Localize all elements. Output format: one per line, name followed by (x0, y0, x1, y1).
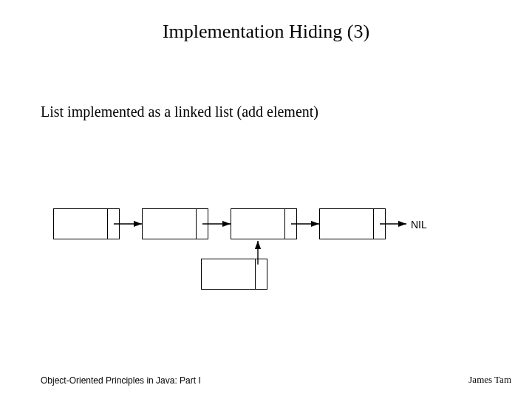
pointer-divider (255, 259, 256, 289)
arrows-layer (0, 0, 532, 399)
pointer-divider (107, 209, 108, 239)
pointer-divider (196, 209, 197, 239)
list-node (231, 208, 297, 239)
pointer-divider (373, 209, 374, 239)
pointer-divider (284, 209, 285, 239)
linked-list-diagram: NIL (0, 0, 532, 399)
list-node (142, 208, 208, 239)
footer-right: James Tam (468, 374, 511, 386)
inserted-node (201, 259, 267, 290)
nil-label: NIL (411, 219, 427, 231)
footer-left: Object-Oriented Principles in Java: Part… (41, 375, 201, 386)
list-node (319, 208, 386, 239)
list-node (53, 208, 120, 239)
